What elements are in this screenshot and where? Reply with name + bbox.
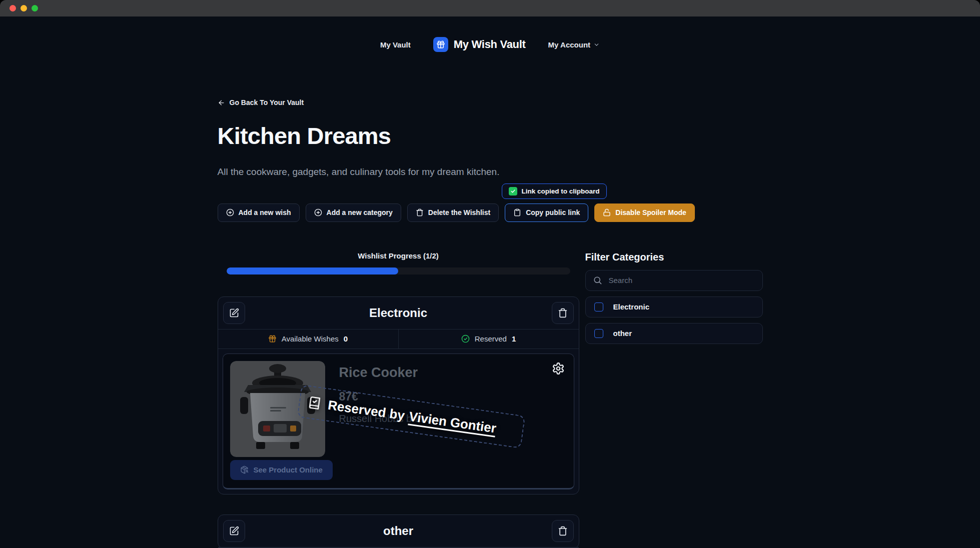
- category-tabs: [218, 547, 579, 548]
- delete-category-button[interactable]: [552, 302, 574, 324]
- category-title: other: [218, 524, 579, 538]
- category-tabs: Available Wishes 0 Reserved 1: [218, 329, 579, 349]
- add-category-button[interactable]: Add a new category: [306, 204, 401, 222]
- category-header: Electronic: [218, 297, 579, 329]
- plus-circle-icon: [314, 208, 322, 216]
- edit-category-button[interactable]: [223, 302, 245, 324]
- add-category-label: Add a new category: [327, 208, 393, 216]
- reserved-label: Reserved: [475, 334, 507, 343]
- zoom-window-button[interactable]: [32, 5, 38, 12]
- app-window: My Vault My Wish Vault My Account Go Bac…: [0, 0, 980, 548]
- add-wish-button[interactable]: Add a new wish: [218, 204, 300, 222]
- search-icon: [593, 276, 602, 285]
- trash-icon: [558, 308, 568, 318]
- circle-check-icon: [461, 334, 470, 343]
- tab-reserved[interactable]: Reserved 1: [398, 330, 579, 348]
- page-title: Kitchen Dreams: [218, 122, 763, 150]
- wish-list: Rice Cooker 87€ Russell Hobbs brand Rese…: [218, 349, 579, 494]
- category-title: Electronic: [218, 306, 579, 320]
- package-search-icon: [240, 466, 249, 474]
- filter-item-electronic[interactable]: Electronic: [585, 296, 763, 318]
- reserved-count: 1: [512, 334, 516, 343]
- trash-icon: [416, 208, 424, 216]
- category-card-other: other: [218, 514, 579, 548]
- back-to-vault-link[interactable]: Go Back To Your Vault: [218, 98, 304, 106]
- category-search-input[interactable]: [609, 276, 755, 284]
- brand-title: My Wish Vault: [454, 38, 526, 51]
- filter-item-label: Electronic: [613, 302, 650, 311]
- wishlist-column: Wishlist Progress (1/2) Electronic: [218, 252, 579, 548]
- edit-category-button[interactable]: [223, 520, 245, 542]
- gift-logo-icon: [433, 37, 448, 52]
- account-menu-label: My Account: [548, 40, 590, 49]
- plus-circle-icon: [226, 208, 234, 216]
- nav-link-my-vault[interactable]: My Vault: [380, 40, 411, 49]
- category-header: other: [218, 515, 579, 547]
- wish-title: Rice Cooker: [339, 365, 418, 380]
- square-pen-icon: [229, 308, 239, 318]
- check-icon: [509, 187, 517, 196]
- available-wishes-count: 0: [344, 334, 348, 343]
- wish-settings-button[interactable]: [551, 362, 566, 377]
- chevron-down-icon: [593, 42, 600, 48]
- reserved-by-prefix: Reserved by: [327, 397, 405, 423]
- main-content: Go Back To Your Vault Kitchen Dreams All…: [218, 56, 763, 548]
- delete-category-button[interactable]: [552, 520, 574, 542]
- book-check-icon: [307, 396, 322, 410]
- checkbox[interactable]: [594, 329, 603, 338]
- clipboard-icon: [513, 208, 521, 216]
- add-wish-label: Add a new wish: [239, 208, 291, 216]
- wishlist-progress: Wishlist Progress (1/2): [227, 252, 570, 274]
- top-nav: My Vault My Wish Vault My Account: [0, 34, 980, 56]
- gift-icon: [268, 334, 277, 343]
- square-pen-icon: [229, 526, 239, 536]
- gear-icon: [552, 362, 565, 375]
- disable-spoiler-mode-button[interactable]: Disable Spoiler Mode: [594, 204, 695, 222]
- trash-icon: [558, 526, 568, 536]
- filter-item-label: other: [613, 329, 632, 338]
- close-window-button[interactable]: [10, 5, 16, 12]
- back-link-label: Go Back To Your Vault: [230, 98, 304, 106]
- reserved-ribbon: Reserved by Vivien Gontier: [297, 384, 525, 448]
- brand-home-link[interactable]: My Wish Vault: [433, 37, 526, 52]
- arrow-left-icon: [218, 99, 225, 106]
- progress-bar: [227, 268, 570, 274]
- delete-wishlist-label: Delete the Wishlist: [428, 208, 490, 216]
- page-subtitle: All the cookware, gadgets, and culinary …: [218, 166, 763, 178]
- toast-label: Link copied to clipboard: [522, 188, 600, 195]
- filter-sidebar: Filter Categories Electronic other: [585, 252, 763, 548]
- progress-fill: [227, 268, 399, 274]
- reserved-by-name: Vivien Gontier: [408, 408, 497, 436]
- copied-toast: Link copied to clipboard: [502, 184, 607, 199]
- filter-categories-title: Filter Categories: [585, 252, 763, 262]
- actions-area: Link copied to clipboard Add a new wish …: [218, 204, 763, 222]
- copy-public-link-button[interactable]: Copy public link: [505, 204, 588, 222]
- checkbox[interactable]: [594, 302, 603, 312]
- wish-card-rice-cooker: Rice Cooker 87€ Russell Hobbs brand Rese…: [223, 354, 574, 490]
- filter-item-other[interactable]: other: [585, 323, 763, 344]
- disable-spoiler-mode-label: Disable Spoiler Mode: [615, 208, 686, 216]
- see-product-online-button[interactable]: See Product Online: [230, 460, 333, 480]
- window-titlebar: [0, 0, 980, 16]
- category-search-box: [585, 270, 763, 291]
- account-menu[interactable]: My Account: [548, 40, 600, 49]
- progress-label: Wishlist Progress (1/2): [227, 252, 570, 260]
- tab-available-wishes[interactable]: Available Wishes 0: [218, 330, 398, 348]
- copy-public-link-label: Copy public link: [526, 208, 580, 216]
- category-card-electronic: Electronic Available Wishes 0: [218, 296, 579, 494]
- lock-open-icon: [603, 208, 611, 216]
- see-product-online-label: See Product Online: [254, 466, 323, 474]
- available-wishes-label: Available Wishes: [282, 334, 339, 343]
- delete-wishlist-button[interactable]: Delete the Wishlist: [407, 204, 499, 222]
- minimize-window-button[interactable]: [21, 5, 27, 12]
